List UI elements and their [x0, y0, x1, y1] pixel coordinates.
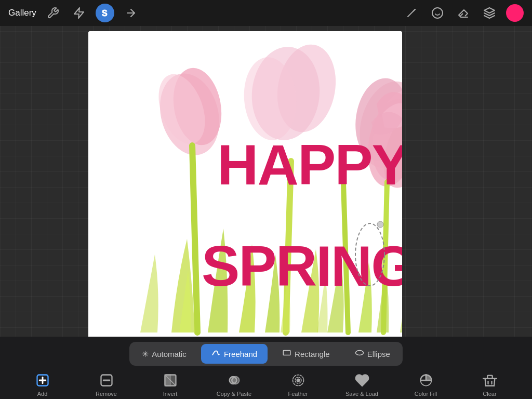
- remove-button[interactable]: Remove: [86, 372, 127, 397]
- tool-row: Add Remove Invert: [0, 368, 532, 399]
- invert-button[interactable]: Invert: [150, 372, 191, 397]
- remove-icon: [98, 372, 115, 389]
- svg-text:S: S: [102, 9, 108, 18]
- pen-icon: [405, 7, 418, 19]
- copy-paste-icon: [226, 372, 243, 389]
- bottom-toolbar: ✳ Automatic Freehand Rectangle: [0, 337, 532, 399]
- invert-icon: [162, 372, 179, 389]
- pen-tool-button[interactable]: [402, 4, 421, 22]
- canvas-art: HAPPY SPRING!: [88, 31, 402, 343]
- adjustments-button[interactable]: [70, 4, 88, 22]
- automatic-icon: ✳: [142, 349, 149, 359]
- artwork-svg: HAPPY SPRING!: [88, 31, 402, 343]
- settings-button[interactable]: [44, 4, 62, 22]
- selection-icon: S: [99, 7, 111, 19]
- lightning-icon: [73, 7, 85, 19]
- save-load-icon: [354, 372, 370, 389]
- selection-mode-bar: ✳ Automatic Freehand Rectangle: [129, 342, 403, 366]
- copy-paste-button[interactable]: Copy & Paste: [214, 372, 255, 397]
- freehand-mode-button[interactable]: Freehand: [201, 344, 268, 364]
- add-button[interactable]: Add: [22, 372, 63, 397]
- transform-button[interactable]: [122, 4, 140, 22]
- layers-button[interactable]: [480, 4, 499, 22]
- ellipse-icon: [355, 348, 364, 360]
- layers-icon: [483, 7, 496, 19]
- rectangle-icon: [282, 348, 291, 360]
- svg-marker-0: [74, 8, 84, 18]
- svg-point-25: [377, 221, 383, 228]
- top-bar-left: Gallery S: [8, 4, 140, 22]
- arrow-icon: [125, 7, 137, 19]
- feather-icon: [290, 372, 307, 389]
- smudge-tool-button[interactable]: [428, 4, 447, 22]
- svg-text:SPRING!: SPRING!: [202, 234, 402, 298]
- color-fill-button[interactable]: Color Fill: [405, 372, 447, 397]
- clear-icon: [482, 372, 498, 389]
- freehand-icon: [211, 348, 221, 360]
- rectangle-mode-button[interactable]: Rectangle: [272, 344, 340, 364]
- ellipse-mode-button[interactable]: Ellipse: [344, 344, 401, 364]
- color-swatch[interactable]: [506, 4, 524, 22]
- svg-point-27: [355, 351, 363, 355]
- svg-marker-5: [484, 8, 495, 13]
- svg-rect-26: [283, 351, 290, 355]
- eraser-tool-button[interactable]: [454, 4, 473, 22]
- wrench-icon: [47, 7, 59, 19]
- smudge-icon: [431, 7, 444, 19]
- eraser-icon: [457, 7, 470, 19]
- automatic-mode-button[interactable]: ✳ Automatic: [131, 345, 197, 363]
- save-load-button[interactable]: Save & Load: [341, 372, 383, 397]
- feather-button[interactable]: Feather: [277, 372, 319, 397]
- top-bar: Gallery S: [0, 0, 532, 26]
- selection-button[interactable]: S: [96, 4, 114, 22]
- svg-line-4: [413, 9, 415, 11]
- svg-point-39: [297, 379, 299, 382]
- top-bar-right: [402, 4, 524, 22]
- svg-rect-34: [165, 375, 170, 386]
- gallery-button[interactable]: Gallery: [8, 8, 36, 18]
- svg-text:HAPPY: HAPPY: [217, 132, 402, 196]
- clear-button[interactable]: Clear: [469, 372, 511, 397]
- color-fill-icon: [418, 372, 434, 389]
- canvas-container: HAPPY SPRING!: [88, 31, 402, 343]
- add-icon: [34, 372, 51, 389]
